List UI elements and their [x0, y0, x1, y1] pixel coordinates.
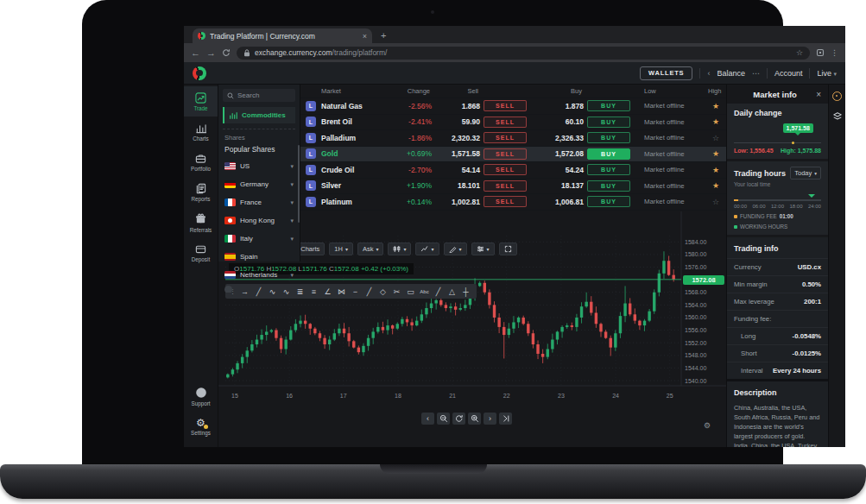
extension-icon[interactable]: [816, 48, 825, 57]
table-row[interactable]: L Platinum +0.14% 1,002.81 SELL 1,006.81…: [300, 194, 726, 211]
layers-icon[interactable]: [832, 111, 843, 122]
go-to-end-button[interactable]: [499, 413, 512, 425]
country-spain[interactable]: Spain▾: [223, 248, 295, 266]
buy-button[interactable]: BUY: [587, 180, 630, 192]
nav-trade[interactable]: Trade: [184, 86, 218, 117]
country-germany[interactable]: Germany▾: [223, 175, 295, 193]
close-icon[interactable]: ×: [816, 90, 821, 99]
table-row[interactable]: L Brent Oil -2.41% 59.90 SELL 60.10 BUY …: [300, 115, 726, 131]
draw-tool-icon[interactable]: −: [349, 287, 362, 296]
country-italy[interactable]: Italy▾: [223, 230, 295, 248]
table-row[interactable]: L Palladium -1.86% 2,320.32 SELL 2,326.3…: [300, 130, 726, 147]
nav-settings[interactable]: ⚙ Settings: [184, 412, 218, 442]
draw-tool-icon[interactable]: Abc: [418, 289, 431, 294]
favorite-star[interactable]: ★: [706, 117, 719, 126]
draw-tool-icon[interactable]: ┼: [459, 287, 472, 296]
table-row[interactable]: L Natural Gas -2.56% 1.868 SELL 1.878 BU…: [300, 98, 726, 115]
axis-settings-gear-icon[interactable]: ⚙: [704, 421, 711, 430]
drawing-select[interactable]: ▾: [444, 243, 467, 255]
draw-tool-icon[interactable]: ▭: [404, 287, 417, 296]
address-bar[interactable]: exchange.currency.com/trading/platform/ …: [237, 47, 810, 60]
sell-button[interactable]: SELL: [484, 100, 527, 111]
country-france[interactable]: France▾: [223, 193, 295, 211]
pan-left-button[interactable]: ‹: [421, 413, 434, 425]
nav-deposit[interactable]: Deposit: [184, 237, 218, 268]
wallets-button[interactable]: WALLETS: [640, 66, 692, 80]
sell-button[interactable]: SELL: [484, 180, 527, 192]
search-box[interactable]: [223, 89, 295, 102]
zoom-out-button[interactable]: [437, 413, 450, 425]
tab-close-icon[interactable]: ×: [363, 32, 367, 41]
draw-tool-icon[interactable]: △: [446, 287, 458, 296]
nav-support[interactable]: Support: [184, 381, 218, 412]
buy-button[interactable]: BUY: [587, 132, 630, 143]
favorite-star[interactable]: ★: [706, 102, 719, 110]
sell-button[interactable]: SELL: [484, 148, 527, 160]
search-input[interactable]: [237, 91, 289, 99]
buy-button[interactable]: BUY: [587, 148, 630, 160]
favorite-star[interactable]: ★: [706, 149, 719, 158]
refresh-icon[interactable]: [222, 48, 231, 57]
draw-tool-icon[interactable]: ≣: [294, 287, 307, 296]
favorite-star[interactable]: ☆: [706, 134, 719, 142]
timeframe-select[interactable]: 1H ▾: [329, 243, 353, 255]
chart-style-select[interactable]: ▾: [388, 243, 411, 255]
country-us[interactable]: US▾: [223, 157, 295, 175]
account-button[interactable]: Account: [774, 69, 803, 78]
chevron-down-icon[interactable]: ▾: [290, 181, 294, 188]
sell-button[interactable]: SELL: [484, 164, 527, 175]
live-selector[interactable]: Live ▾: [817, 69, 837, 78]
favorite-star[interactable]: ★: [706, 166, 719, 174]
chevron-left-icon[interactable]: ‹: [707, 69, 710, 78]
draw-tool-icon[interactable]: ⋈: [335, 287, 348, 296]
reset-zoom-button[interactable]: [452, 413, 465, 425]
browser-tab[interactable]: Trading Platform | Currency.com ×: [193, 28, 372, 43]
buy-button[interactable]: BUY: [587, 100, 630, 111]
draw-tool-icon[interactable]: ∠: [321, 287, 334, 296]
sell-button[interactable]: SELL: [484, 196, 527, 207]
balance-label[interactable]: Balance: [717, 69, 745, 78]
country-netherlands[interactable]: Netherlands▾: [223, 266, 295, 284]
price-type-select[interactable]: Ask ▾: [357, 243, 384, 255]
buy-button[interactable]: BUY: [587, 196, 630, 207]
sell-button[interactable]: SELL: [484, 132, 527, 143]
draw-tool-icon[interactable]: ✂: [390, 287, 403, 296]
buy-button[interactable]: BUY: [587, 164, 630, 175]
buy-button[interactable]: BUY: [587, 117, 630, 128]
country-hong-kong[interactable]: Hong Kong▾: [223, 211, 295, 230]
chart-settings-select[interactable]: ▾: [471, 243, 495, 255]
browser-menu-icon[interactable]: ⋮: [831, 48, 838, 57]
chevron-down-icon[interactable]: ▾: [290, 163, 294, 170]
favorite-star[interactable]: ★: [706, 181, 719, 190]
draw-tool-icon[interactable]: ≡: [307, 287, 320, 296]
back-icon[interactable]: ←: [191, 47, 200, 58]
nav-reports[interactable]: Reports: [184, 177, 218, 207]
forward-icon[interactable]: →: [206, 47, 216, 58]
chevron-down-icon[interactable]: ▾: [290, 236, 294, 243]
favorite-star[interactable]: ☆: [706, 198, 719, 206]
category-commodities[interactable]: Commodities: [223, 107, 295, 123]
scrollbar[interactable]: [298, 145, 300, 223]
zoom-in-button[interactable]: [468, 413, 481, 425]
draw-tool-icon[interactable]: ◇: [376, 287, 389, 296]
pan-right-button[interactable]: ›: [484, 413, 496, 425]
balance-more-icon[interactable]: ⋯: [752, 69, 760, 78]
nav-referrals[interactable]: Referrals: [184, 207, 218, 237]
nav-charts[interactable]: Charts: [184, 117, 218, 147]
fullscreen-button[interactable]: [499, 243, 517, 255]
bookmark-star-icon[interactable]: ☆: [796, 48, 803, 57]
chevron-down-icon[interactable]: ▾: [290, 199, 294, 206]
table-row[interactable]: L Silver +1.90% 18.101 SELL 18.137 BUY M…: [300, 179, 726, 195]
new-tab-button[interactable]: +: [381, 28, 386, 43]
table-row-gold[interactable]: L Gold +0.69% 1,571.58 SELL 1,572.08 BUY…: [300, 147, 726, 163]
indicators-select[interactable]: ▾: [415, 243, 439, 255]
chevron-down-icon[interactable]: ▾: [290, 272, 294, 279]
draw-tool-icon[interactable]: ╱: [363, 287, 376, 296]
chevron-down-icon[interactable]: ▾: [290, 217, 294, 224]
info-icon[interactable]: [832, 91, 842, 101]
draw-tool-icon[interactable]: ╱: [432, 287, 445, 296]
nav-portfolio[interactable]: Portfolio: [184, 147, 218, 177]
day-select[interactable]: Today▾: [790, 167, 821, 180]
sell-button[interactable]: SELL: [484, 117, 527, 128]
table-row[interactable]: L Crude Oil -2.70% 54.14 SELL 54.24 BUY …: [300, 162, 726, 179]
